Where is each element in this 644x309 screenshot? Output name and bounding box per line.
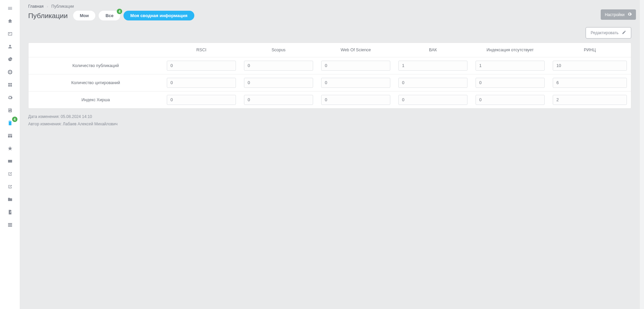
- sidebar: 4: [0, 0, 20, 309]
- breadcrumb: Главная › Публикации: [28, 4, 631, 9]
- doc-check-icon: [7, 120, 13, 127]
- sidebar-external[interactable]: [3, 168, 17, 180]
- row-cell: [394, 57, 472, 74]
- sidebar-draft[interactable]: [3, 206, 17, 219]
- cell-input[interactable]: [476, 78, 545, 88]
- tab-all[interactable]: Все 4: [99, 11, 120, 20]
- external-icon: [7, 171, 13, 178]
- sidebar-external2[interactable]: [3, 181, 17, 193]
- summary-table: RSCI Scopus Web Of Science ВАК Индексаци…: [28, 43, 631, 109]
- sidebar-user[interactable]: [3, 41, 17, 53]
- cell-input[interactable]: [167, 61, 236, 71]
- col-rinc: РИНЦ: [549, 43, 631, 57]
- cell-input[interactable]: [553, 78, 627, 88]
- cell-input[interactable]: [244, 61, 313, 71]
- sidebar-globe[interactable]: [3, 66, 17, 78]
- cell-input[interactable]: [476, 61, 545, 71]
- sidebar-home[interactable]: [3, 15, 17, 27]
- grid-icon: [7, 82, 13, 88]
- edit-button[interactable]: Редактировать: [586, 27, 631, 39]
- scrollbar-track[interactable]: [639, 0, 644, 309]
- sidebar-pie[interactable]: [3, 54, 17, 66]
- row-cell: [317, 57, 394, 74]
- save-icon: [7, 108, 13, 114]
- sidebar-table[interactable]: [3, 130, 17, 142]
- settings-button[interactable]: Настройки: [601, 9, 636, 20]
- row-label: Количество цитирований: [29, 74, 163, 91]
- modified-row: Дата изменения: 05.08.2024 14:10: [28, 113, 631, 121]
- table-icon: [7, 133, 13, 139]
- col-noindex: Индексация отсутствует: [472, 43, 549, 57]
- cell-input[interactable]: [398, 78, 467, 88]
- breadcrumb-home[interactable]: Главная: [28, 4, 44, 9]
- cell-input[interactable]: [321, 78, 390, 88]
- cell-input[interactable]: [167, 78, 236, 88]
- row-cell: [240, 74, 317, 91]
- sidebar-credit[interactable]: [3, 156, 17, 168]
- author-label: Автор изменения:: [28, 122, 62, 126]
- tab-summary[interactable]: Моя сводная информация: [123, 11, 194, 20]
- menu-icon: [7, 6, 13, 12]
- home-icon: [7, 18, 13, 25]
- row-cell: [163, 91, 240, 109]
- sidebar-save[interactable]: [3, 105, 17, 117]
- cell-input[interactable]: [553, 95, 627, 105]
- cell-input[interactable]: [321, 61, 390, 71]
- settings-label: Настройки: [605, 12, 625, 17]
- row-cell: [549, 91, 631, 109]
- gear-icon: [627, 12, 632, 17]
- sidebar-grid[interactable]: [3, 79, 17, 91]
- user-icon: [7, 44, 13, 50]
- chevron-right-icon: ›: [47, 5, 48, 8]
- gear-icon: [7, 95, 13, 101]
- sidebar-publications[interactable]: 4: [3, 117, 17, 129]
- row-cell: [472, 91, 549, 109]
- col-scopus: Scopus: [240, 43, 317, 57]
- cell-input[interactable]: [321, 95, 390, 105]
- tab-all-badge: 4: [117, 9, 122, 14]
- title-row: Публикации Мои Все 4 Моя сводная информа…: [28, 11, 631, 20]
- credit-icon: [7, 159, 13, 165]
- author-row: Автор изменения: Лабаев Алексей Михайлов…: [28, 121, 631, 128]
- pie-icon: [7, 57, 13, 63]
- table-row: Количество цитирований: [29, 74, 631, 91]
- row-cell: [549, 74, 631, 91]
- cell-input[interactable]: [553, 61, 627, 71]
- sidebar-badge: 4: [12, 117, 17, 122]
- cell-input[interactable]: [476, 95, 545, 105]
- table-header-row: RSCI Scopus Web Of Science ВАК Индексаци…: [29, 43, 631, 57]
- col-wos: Web Of Science: [317, 43, 394, 57]
- table-row: Количество публикаций: [29, 57, 631, 74]
- breadcrumb-current[interactable]: Публикации: [51, 4, 74, 9]
- cell-input[interactable]: [398, 61, 467, 71]
- row-cell: [394, 74, 472, 91]
- sidebar-settings-nav[interactable]: [3, 92, 17, 104]
- tabs: Мои Все 4 Моя сводная информация: [73, 11, 194, 20]
- toolbar: Редактировать: [28, 27, 631, 39]
- cell-input[interactable]: [244, 95, 313, 105]
- table-row: Индекс Хирша: [29, 91, 631, 109]
- cell-input[interactable]: [244, 78, 313, 88]
- row-cell: [549, 57, 631, 74]
- sidebar-menu-toggle[interactable]: [3, 3, 17, 15]
- draft-icon: [7, 209, 13, 216]
- main-content: Настройки Главная › Публикации Публикаци…: [20, 0, 639, 309]
- row-cell: [317, 74, 394, 91]
- pencil-icon: [622, 30, 626, 36]
- sidebar-card[interactable]: [3, 28, 17, 40]
- row-label: Количество публикаций: [29, 57, 163, 74]
- th-icon: [7, 222, 13, 229]
- cell-input[interactable]: [398, 95, 467, 105]
- sidebar-th[interactable]: [3, 219, 17, 231]
- modified-label: Дата изменения:: [28, 114, 60, 119]
- row-cell: [317, 91, 394, 109]
- folder-icon: [7, 197, 13, 203]
- row-cell: [163, 57, 240, 74]
- sidebar-folder[interactable]: [3, 194, 17, 206]
- sidebar-star[interactable]: [3, 143, 17, 155]
- row-cell: [240, 57, 317, 74]
- cell-input[interactable]: [167, 95, 236, 105]
- row-cell: [240, 91, 317, 109]
- tab-my[interactable]: Мои: [73, 11, 96, 20]
- tab-all-label: Все: [105, 13, 113, 18]
